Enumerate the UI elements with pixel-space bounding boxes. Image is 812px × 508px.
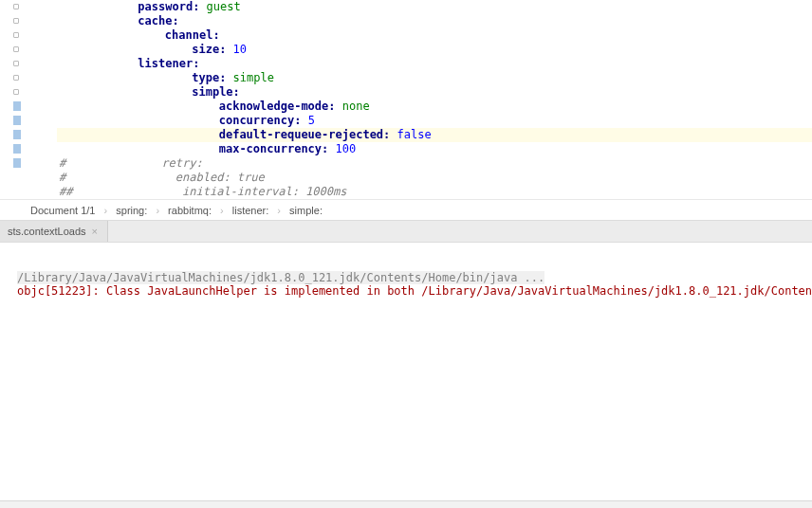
gutter-change-marker [13, 158, 21, 168]
console-line: /Library/Java/JavaVirtualMachines/jdk1.8… [17, 271, 544, 284]
code-line[interactable]: default-requeue-rejected: false [57, 128, 812, 142]
gutter-fold-marker[interactable] [13, 4, 19, 9]
code-line[interactable]: password: guest [57, 0, 812, 14]
code-line[interactable]: max-concurrency: 100 [57, 142, 812, 156]
code-line[interactable]: channel: [57, 28, 812, 43]
breadcrumb-sep: › [104, 205, 108, 216]
run-tabs: sts.contextLoads × [0, 220, 812, 243]
breadcrumb-sep: › [156, 205, 159, 216]
code-line[interactable]: concurrency: 5 [57, 114, 812, 128]
gutter-fold-marker[interactable] [13, 18, 19, 24]
breadcrumb-item[interactable]: rabbitmq: [168, 205, 212, 216]
gutter-change-marker [13, 144, 21, 154]
gutter-fold-marker[interactable] [13, 46, 19, 52]
breadcrumb-item[interactable]: spring: [116, 205, 147, 216]
gutter-fold-marker[interactable] [13, 89, 19, 95]
code-line[interactable]: # enabled: true [57, 171, 812, 185]
code-line[interactable]: ## initial-interval: 1000ms [57, 185, 812, 199]
breadcrumb-sep: › [277, 205, 281, 216]
gutter-change-marker [13, 130, 21, 139]
breadcrumb[interactable]: Document 1/1 › spring: › rabbitmq: › lis… [0, 199, 812, 220]
code-line[interactable]: # retry: [57, 156, 812, 171]
gutter-change-marker [13, 101, 21, 111]
code-lines[interactable]: password: guest cache: channel: size: 10… [28, 0, 812, 199]
editor-gutter [0, 0, 28, 199]
gutter-change-marker [13, 116, 21, 125]
code-line[interactable]: listener: [57, 57, 812, 71]
code-line[interactable]: size: 10 [57, 43, 812, 57]
editor-area[interactable]: password: guest cache: channel: size: 10… [0, 0, 812, 199]
status-bar [0, 500, 812, 508]
gutter-fold-marker[interactable] [13, 75, 19, 81]
run-tab[interactable]: sts.contextLoads × [0, 221, 108, 242]
run-tab-label: sts.contextLoads [8, 226, 86, 237]
breadcrumb-item[interactable]: listener: [232, 205, 269, 216]
console-line: objc[51223]: Class JavaLaunchHelper is i… [17, 284, 812, 298]
breadcrumb-item[interactable]: simple: [289, 205, 323, 216]
console-output[interactable]: /Library/Java/JavaVirtualMachines/jdk1.8… [0, 243, 812, 500]
gutter-fold-marker[interactable] [13, 32, 19, 38]
gutter-fold-marker[interactable] [13, 61, 19, 66]
breadcrumb-sep: › [220, 205, 224, 216]
code-line[interactable]: cache: [57, 14, 812, 28]
code-line[interactable]: type: simple [57, 71, 812, 85]
code-line[interactable]: simple: [57, 85, 812, 100]
close-icon[interactable]: × [92, 226, 98, 237]
code-line[interactable]: acknowledge-mode: none [57, 100, 812, 114]
breadcrumb-doc: Document 1/1 [30, 205, 95, 216]
